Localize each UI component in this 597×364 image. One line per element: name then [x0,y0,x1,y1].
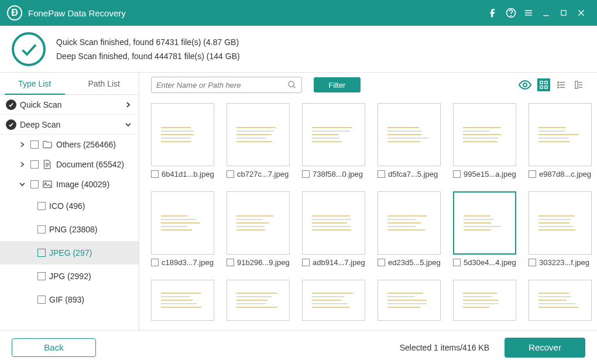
thumbnail-image[interactable] [378,191,441,255]
tree-ext-gif[interactable]: GIF (893) [0,288,139,311]
thumbnail-item[interactable]: cb727c...7.jpeg [227,103,290,186]
tree-label: Deep Scan [20,120,120,129]
back-button[interactable]: Back [12,338,96,357]
thumbnail-item[interactable] [453,280,516,321]
view-controls [517,77,585,92]
svg-point-1 [511,16,512,16]
thumbnail-item[interactable]: adb914...7.jpeg [302,191,365,274]
grid-view-icon[interactable] [537,78,550,91]
checkbox[interactable] [37,296,46,304]
checkbox[interactable] [30,180,39,188]
thumbnail-item[interactable] [378,280,441,321]
filter-button[interactable]: Filter [314,77,361,92]
thumbnail-image[interactable] [227,103,290,166]
thumbnail-label: 91b296...9.jpeg [237,258,290,267]
thumbnail-item[interactable]: 5d30e4...4.jpeg [453,191,516,274]
tree-cat-document[interactable]: Document (65542) [0,154,139,174]
thumbnail-image[interactable] [151,103,214,166]
thumbnail-image[interactable] [378,103,441,166]
checkbox[interactable] [30,160,39,169]
tree-ext-jpg[interactable]: JPG (2992) [0,265,139,288]
checkbox[interactable] [37,272,46,280]
tree-ext-ico[interactable]: ICO (496) [0,194,139,218]
tree-label: JPEG (297) [49,248,92,257]
checkbox[interactable] [37,225,46,233]
detail-view-icon[interactable] [572,78,585,91]
thumbnail-image[interactable] [227,191,290,255]
preview-icon[interactable] [517,77,533,92]
tree-quick-scan[interactable]: Quick Scan [0,95,139,115]
thumbnail-item[interactable]: 303223...f.jpeg [529,191,592,274]
maximize-icon[interactable] [555,4,572,22]
tree-label: Quick Scan [20,100,120,109]
thumbnail-label: 6b41d1...b.jpeg [162,170,214,178]
thumbnail-grid: 6b41d1...b.jpegcb727c...7.jpeg738f58...0… [139,97,597,330]
tree-ext-png[interactable]: PNG (23808) [0,218,139,241]
checkbox[interactable] [227,170,234,178]
checkbox[interactable] [529,170,536,178]
checkbox[interactable] [378,170,385,178]
thumbnail-image[interactable] [453,103,516,166]
tree-ext-jpeg[interactable]: JPEG (297) [0,241,139,265]
image-icon [42,179,53,190]
footer: Back Selected 1 items/416 KB Recover [0,330,597,364]
thumbnail-item[interactable] [227,280,290,321]
checkbox[interactable] [378,259,385,266]
checkbox[interactable] [529,259,536,266]
checkbox[interactable] [151,259,159,266]
thumbnail-image[interactable] [529,191,592,255]
thumbnail-image[interactable] [453,191,516,255]
thumbnail-item[interactable]: ed23d5...5.jpeg [378,191,441,274]
recover-button[interactable]: Recover [505,338,585,358]
check-bullet-icon [6,119,16,130]
tree-label: JPG (2992) [49,272,91,281]
tab-type-list[interactable]: Type List [0,73,70,94]
thumbnail-item[interactable]: c189d3...7.jpeg [151,191,214,274]
thumbnail-item[interactable] [529,280,592,321]
tree-cat-others[interactable]: Others (256466) [0,135,139,154]
search-input[interactable] [156,81,287,90]
checkbox[interactable] [453,170,461,178]
thumbnail-label: 738f58...0.jpeg [313,170,363,178]
help-icon[interactable] [502,4,520,22]
thumbnail-item[interactable]: d5fca7...5.jpeg [378,103,441,186]
chevron-down-icon [18,180,27,189]
checkbox[interactable] [302,170,310,178]
thumbnail-image[interactable] [302,191,365,255]
thumbnail-item[interactable]: 995e15...a.jpeg [453,103,516,186]
checkbox[interactable] [227,259,234,266]
thumbnail-item[interactable]: 738f58...0.jpeg [302,103,365,186]
tree-label: Document (65542) [56,160,124,169]
list-view-icon[interactable] [555,78,568,91]
svg-point-24 [558,82,559,83]
thumbnail-image[interactable] [529,103,592,166]
menu-icon[interactable] [520,4,537,22]
tree-deep-scan[interactable]: Deep Scan [0,115,139,135]
search-box[interactable] [151,77,302,93]
checkbox[interactable] [302,259,310,266]
facebook-icon[interactable] [485,4,502,22]
thumbnail-item[interactable]: 6b41d1...b.jpeg [151,103,214,186]
check-bullet-icon [6,99,16,110]
deep-scan-line: Deep Scan finished, found 444781 file(s)… [56,49,240,63]
titlebar: Ð FonePaw Data Recovery [0,0,597,26]
thumbnail-item[interactable] [151,280,214,321]
close-icon[interactable] [572,4,590,22]
thumbnail-item[interactable]: e987d8...c.jpeg [529,103,592,186]
svg-rect-17 [540,81,543,84]
toolbar: Filter [139,73,597,97]
thumbnail-image[interactable] [302,103,365,166]
tree-cat-image[interactable]: Image (40029) [0,174,139,194]
checkbox[interactable] [30,140,39,149]
checkbox[interactable] [37,202,46,210]
thumbnail-image[interactable] [151,191,214,255]
checkbox[interactable] [151,170,159,178]
tab-path-list[interactable]: Path List [70,73,139,94]
quick-scan-line: Quick Scan finished, found 67431 file(s)… [56,35,240,49]
checkbox[interactable] [453,259,461,266]
minimize-icon[interactable] [537,4,555,22]
checkbox[interactable] [37,249,46,257]
thumbnail-item[interactable]: 91b296...9.jpeg [227,191,290,274]
chevron-right-icon [123,100,133,109]
thumbnail-item[interactable] [302,280,365,321]
